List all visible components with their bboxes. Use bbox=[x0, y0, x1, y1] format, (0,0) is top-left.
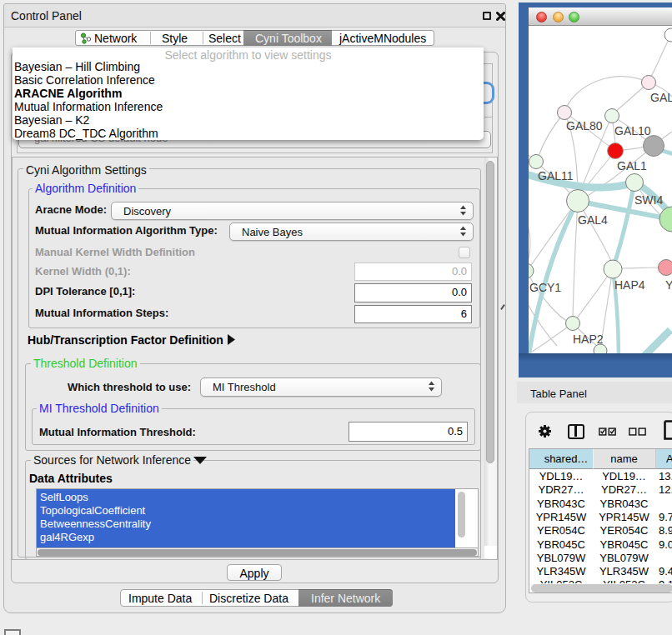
svg-text:GCY1: GCY1 bbox=[529, 281, 561, 294]
svg-text:GAL11: GAL11 bbox=[538, 169, 574, 182]
svg-text:Y: Y bbox=[665, 278, 672, 292]
svg-text:GAL80: GAL80 bbox=[566, 119, 603, 132]
svg-text:SWI4: SWI4 bbox=[634, 193, 663, 207]
svg-text:HAP4: HAP4 bbox=[614, 278, 645, 292]
svg-text:HAP2: HAP2 bbox=[573, 332, 604, 346]
svg-text:GAL2: GAL2 bbox=[650, 91, 672, 104]
svg-text:GAL4: GAL4 bbox=[578, 213, 608, 227]
svg-text:GAL10: GAL10 bbox=[614, 124, 651, 138]
svg-text:GAL1: GAL1 bbox=[617, 159, 647, 172]
